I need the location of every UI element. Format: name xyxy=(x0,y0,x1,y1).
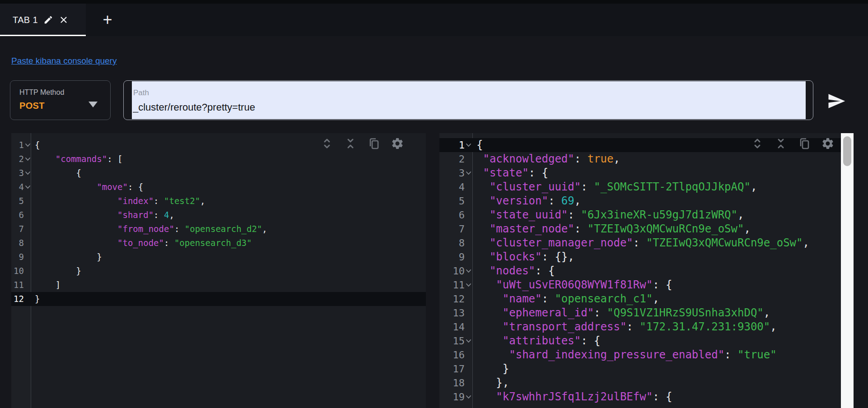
code-line[interactable]: 6 "state_uuid": "6Jx3ineXR-u59gJ7d1zWRQ"… xyxy=(439,208,841,222)
line-number: 10 xyxy=(11,264,32,278)
code-text: { xyxy=(32,166,426,180)
code-line[interactable]: 17 } xyxy=(439,362,841,376)
code-text: "ephemeral_id": "Q9S1VZ1HRzS9USnha3xhDQ"… xyxy=(473,306,841,320)
code-line[interactable]: 5 "version": 69, xyxy=(439,194,841,208)
line-number: 16 xyxy=(439,348,473,362)
path-input[interactable] xyxy=(133,99,801,116)
code-line[interactable]: 16 "shard_indexing_pressure_enabled": "t… xyxy=(439,348,841,362)
line-number: 9 xyxy=(11,250,32,264)
line-number: 8 xyxy=(11,236,32,250)
fold-chevron-icon[interactable] xyxy=(25,138,31,152)
http-method-select[interactable]: HTTP Method POST xyxy=(10,80,111,120)
code-line[interactable]: 8 "cluster_manager_node": "TZEIwQ3xQMCwu… xyxy=(439,236,841,250)
settings-gear-icon[interactable] xyxy=(821,137,835,150)
code-text: "move": { xyxy=(32,180,426,194)
code-line[interactable]: 3 "state": { xyxy=(439,166,841,180)
code-text: } xyxy=(473,362,841,376)
code-line[interactable]: 13 "ephemeral_id": "Q9S1VZ1HRzS9USnha3xh… xyxy=(439,306,841,320)
code-line[interactable]: 4 "cluster_uuid": "_SOMcSITT-2TlpqOJJkpA… xyxy=(439,180,841,194)
settings-gear-icon[interactable] xyxy=(391,137,404,150)
code-line[interactable]: 12} xyxy=(11,292,426,306)
code-line[interactable]: 10 "nodes": { xyxy=(439,264,841,278)
line-number: 4 xyxy=(11,180,32,194)
fold-chevron-icon[interactable] xyxy=(466,264,471,278)
code-line[interactable]: 19 "k7swhhrJSfq1Lzj2ulBEfw": { xyxy=(439,390,841,404)
line-number: 18 xyxy=(439,376,473,390)
code-line[interactable]: 2 "commands": [ xyxy=(11,152,426,166)
code-text: "transport_address": "172.31.47.231:9300… xyxy=(473,320,841,334)
copy-icon[interactable] xyxy=(367,137,381,150)
paste-kibana-query-link[interactable]: Paste kibana console query xyxy=(11,56,117,66)
code-line[interactable]: 9 "blocks": {}, xyxy=(439,250,841,264)
scrollbar-thumb[interactable] xyxy=(843,136,851,166)
code-line[interactable]: 5 "index": "test2", xyxy=(11,194,426,208)
code-line[interactable]: 7 "from_node": "opensearch_d2", xyxy=(11,222,426,236)
code-line[interactable]: 8 "to_node": "opensearch_d3" xyxy=(11,236,426,250)
fold-chevron-icon[interactable] xyxy=(466,390,471,404)
editor-toolbar xyxy=(320,137,404,150)
code-text: "cluster_uuid": "_SOMcSITT-2TlpqOJJkpAQ"… xyxy=(473,180,841,194)
collapse-all-icon[interactable] xyxy=(344,137,357,150)
line-number: 5 xyxy=(439,194,473,208)
code-line[interactable]: 11 "uWt_uSvER06Q8WYW1f81Rw": { xyxy=(439,278,841,292)
code-text: "version": 69, xyxy=(473,194,841,208)
line-number: 2 xyxy=(439,152,473,166)
code-line[interactable]: 6 "shard": 4, xyxy=(11,208,426,222)
tab-label: TAB 1 xyxy=(13,15,38,25)
fold-chevron-icon[interactable] xyxy=(466,278,471,292)
code-line[interactable]: 18 }, xyxy=(439,376,841,390)
code-text: "blocks": {}, xyxy=(473,250,841,264)
expand-all-icon[interactable] xyxy=(320,137,334,150)
fold-chevron-icon[interactable] xyxy=(25,166,31,180)
request-body-editor[interactable]: 1{2 "commands": [3 {4 "move": {5 "index"… xyxy=(11,133,426,408)
fold-chevron-icon[interactable] xyxy=(25,180,31,194)
code-line[interactable]: 10 } xyxy=(11,264,426,278)
copy-icon[interactable] xyxy=(798,137,811,150)
fold-chevron-icon[interactable] xyxy=(466,138,471,152)
tab-bar: TAB 1 + xyxy=(0,4,868,36)
window-top-strip xyxy=(0,0,868,4)
code-text: "shard": 4, xyxy=(32,208,426,222)
code-text: "to_node": "opensearch_d3" xyxy=(32,236,426,250)
line-number: 8 xyxy=(439,236,473,250)
code-text: "state_uuid": "6Jx3ineXR-u59gJ7d1zWRQ", xyxy=(473,208,841,222)
code-line[interactable]: 12 "name": "opensearch_c1", xyxy=(439,292,841,306)
path-field[interactable]: Path xyxy=(132,81,806,119)
code-text: "cluster_manager_node": "TZEIwQ3xQMCwuRC… xyxy=(473,236,841,250)
code-line[interactable]: 2 "acknowledged": true, xyxy=(439,152,841,166)
code-line[interactable]: 15 "attributes": { xyxy=(439,334,841,348)
line-number: 17 xyxy=(439,362,473,376)
code-text: } xyxy=(32,264,426,278)
scrollbar-track[interactable] xyxy=(841,133,854,408)
code-line[interactable]: 11 ] xyxy=(11,278,426,292)
line-number: 11 xyxy=(11,278,32,292)
collapse-all-icon[interactable] xyxy=(774,137,788,150)
code-text: "state": { xyxy=(473,166,841,180)
code-text: "shard_indexing_pressure_enabled": "true… xyxy=(473,348,841,362)
fold-chevron-icon[interactable] xyxy=(466,334,471,348)
line-number: 9 xyxy=(439,250,473,264)
send-request-button[interactable] xyxy=(825,89,848,113)
fold-chevron-icon[interactable] xyxy=(25,152,31,166)
code-text: "uWt_uSvER06Q8WYW1f81Rw": { xyxy=(473,278,841,292)
tab-1[interactable]: TAB 1 xyxy=(0,4,86,36)
line-number: 1 xyxy=(11,138,32,152)
code-line[interactable]: 14 "transport_address": "172.31.47.231:9… xyxy=(439,320,841,334)
line-number: 1 xyxy=(439,138,473,152)
code-text: "master_node": "TZEIwQ3xQMCwuRCn9e_oSw", xyxy=(473,222,841,236)
fold-chevron-icon[interactable] xyxy=(466,166,471,180)
close-tab-icon[interactable] xyxy=(59,15,69,25)
editor-toolbar xyxy=(751,137,835,150)
new-tab-button[interactable]: + xyxy=(93,4,122,36)
code-line[interactable]: 7 "master_node": "TZEIwQ3xQMCwuRCn9e_oSw… xyxy=(439,222,841,236)
expand-all-icon[interactable] xyxy=(751,137,764,150)
line-number: 6 xyxy=(11,208,32,222)
line-number: 13 xyxy=(439,306,473,320)
rename-tab-icon[interactable] xyxy=(43,15,53,25)
code-text: "from_node": "opensearch_d2", xyxy=(32,222,426,236)
response-editor[interactable]: 1{2 "acknowledged": true,3 "state": {4 "… xyxy=(439,133,841,408)
code-line[interactable]: 9 } xyxy=(11,250,426,264)
active-tab-underline xyxy=(0,35,86,36)
code-line[interactable]: 4 "move": { xyxy=(11,180,426,194)
code-line[interactable]: 3 { xyxy=(11,166,426,180)
